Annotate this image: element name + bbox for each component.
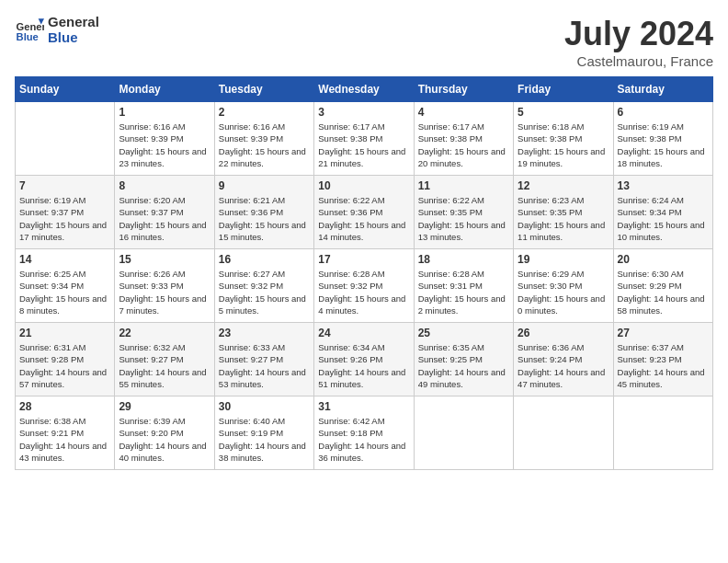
day-cell: 8Sunrise: 6:20 AMSunset: 9:37 PMDaylight… <box>115 176 214 249</box>
weekday-header-saturday: Saturday <box>613 77 712 102</box>
day-cell: 14Sunrise: 6:25 AMSunset: 9:34 PMDayligh… <box>16 249 115 323</box>
day-cell: 19Sunrise: 6:29 AMSunset: 9:30 PMDayligh… <box>514 249 613 323</box>
week-row-3: 21Sunrise: 6:31 AMSunset: 9:28 PMDayligh… <box>16 323 713 396</box>
day-cell <box>16 102 115 176</box>
day-number: 28 <box>19 400 110 413</box>
day-number: 13 <box>618 179 709 192</box>
day-info: Sunrise: 6:42 AMSunset: 9:18 PMDaylight:… <box>318 415 409 464</box>
week-row-2: 14Sunrise: 6:25 AMSunset: 9:34 PMDayligh… <box>16 249 713 323</box>
day-info: Sunrise: 6:33 AMSunset: 9:27 PMDaylight:… <box>219 341 310 390</box>
day-info: Sunrise: 6:17 AMSunset: 9:38 PMDaylight:… <box>318 121 409 169</box>
day-cell: 4Sunrise: 6:17 AMSunset: 9:38 PMDaylight… <box>414 102 513 176</box>
svg-text:Blue: Blue <box>17 31 39 42</box>
week-row-1: 7Sunrise: 6:19 AMSunset: 9:37 PMDaylight… <box>16 176 713 249</box>
day-cell <box>514 396 613 470</box>
day-info: Sunrise: 6:28 AMSunset: 9:32 PMDaylight:… <box>318 268 409 316</box>
day-number: 30 <box>219 400 310 413</box>
day-number: 14 <box>19 253 110 266</box>
day-info: Sunrise: 6:19 AMSunset: 9:38 PMDaylight:… <box>618 121 709 169</box>
day-number: 15 <box>119 253 210 266</box>
day-number: 31 <box>318 400 409 413</box>
day-cell: 18Sunrise: 6:28 AMSunset: 9:31 PMDayligh… <box>414 249 513 323</box>
week-row-0: 1Sunrise: 6:16 AMSunset: 9:39 PMDaylight… <box>16 102 713 176</box>
calendar-body: 1Sunrise: 6:16 AMSunset: 9:39 PMDaylight… <box>16 102 713 470</box>
day-number: 23 <box>219 327 310 339</box>
day-info: Sunrise: 6:22 AMSunset: 9:35 PMDaylight:… <box>418 194 509 243</box>
weekday-header-monday: Monday <box>115 77 214 102</box>
day-info: Sunrise: 6:16 AMSunset: 9:39 PMDaylight:… <box>119 121 210 169</box>
day-cell: 23Sunrise: 6:33 AMSunset: 9:27 PMDayligh… <box>214 323 313 396</box>
day-number: 20 <box>618 253 709 266</box>
day-cell: 10Sunrise: 6:22 AMSunset: 9:36 PMDayligh… <box>314 176 414 249</box>
day-cell: 6Sunrise: 6:19 AMSunset: 9:38 PMDaylight… <box>613 102 712 176</box>
day-cell: 2Sunrise: 6:16 AMSunset: 9:39 PMDaylight… <box>214 102 313 176</box>
header: General Blue General Blue July 2024 Cast… <box>15 15 713 69</box>
day-info: Sunrise: 6:17 AMSunset: 9:38 PMDaylight:… <box>418 121 509 169</box>
weekday-header-tuesday: Tuesday <box>214 77 313 102</box>
day-number: 9 <box>219 179 310 192</box>
day-cell <box>613 396 712 470</box>
day-cell: 7Sunrise: 6:19 AMSunset: 9:37 PMDaylight… <box>16 176 115 249</box>
day-cell: 24Sunrise: 6:34 AMSunset: 9:26 PMDayligh… <box>314 323 414 396</box>
day-number: 19 <box>518 253 609 266</box>
day-info: Sunrise: 6:24 AMSunset: 9:34 PMDaylight:… <box>618 194 709 243</box>
day-number: 11 <box>418 179 509 192</box>
day-number: 21 <box>19 327 110 339</box>
day-info: Sunrise: 6:35 AMSunset: 9:25 PMDaylight:… <box>418 341 509 390</box>
day-number: 29 <box>119 400 210 413</box>
day-number: 24 <box>318 327 409 339</box>
day-cell: 26Sunrise: 6:36 AMSunset: 9:24 PMDayligh… <box>514 323 613 396</box>
day-cell: 5Sunrise: 6:18 AMSunset: 9:38 PMDaylight… <box>514 102 613 176</box>
day-number: 16 <box>219 253 310 266</box>
day-number: 8 <box>119 179 210 192</box>
logo-general: General <box>48 15 99 30</box>
day-cell: 1Sunrise: 6:16 AMSunset: 9:39 PMDaylight… <box>115 102 214 176</box>
day-number: 17 <box>318 253 409 266</box>
day-info: Sunrise: 6:32 AMSunset: 9:27 PMDaylight:… <box>119 341 210 390</box>
logo: General Blue General Blue <box>15 15 99 45</box>
day-number: 7 <box>19 179 110 192</box>
day-number: 5 <box>518 106 609 119</box>
day-cell: 31Sunrise: 6:42 AMSunset: 9:18 PMDayligh… <box>314 396 414 470</box>
day-info: Sunrise: 6:19 AMSunset: 9:37 PMDaylight:… <box>19 194 110 243</box>
day-cell: 29Sunrise: 6:39 AMSunset: 9:20 PMDayligh… <box>115 396 214 470</box>
day-cell: 9Sunrise: 6:21 AMSunset: 9:36 PMDaylight… <box>214 176 313 249</box>
logo-icon: General Blue <box>15 16 44 45</box>
day-cell: 17Sunrise: 6:28 AMSunset: 9:32 PMDayligh… <box>314 249 414 323</box>
day-info: Sunrise: 6:34 AMSunset: 9:26 PMDaylight:… <box>318 341 409 390</box>
day-info: Sunrise: 6:28 AMSunset: 9:31 PMDaylight:… <box>418 268 509 316</box>
day-cell: 22Sunrise: 6:32 AMSunset: 9:27 PMDayligh… <box>115 323 214 396</box>
day-number: 27 <box>618 327 709 339</box>
day-cell <box>414 396 513 470</box>
day-info: Sunrise: 6:25 AMSunset: 9:34 PMDaylight:… <box>19 268 110 316</box>
day-info: Sunrise: 6:37 AMSunset: 9:23 PMDaylight:… <box>618 341 709 390</box>
day-info: Sunrise: 6:39 AMSunset: 9:20 PMDaylight:… <box>119 415 210 464</box>
day-info: Sunrise: 6:21 AMSunset: 9:36 PMDaylight:… <box>219 194 310 243</box>
logo-blue: Blue <box>48 30 99 46</box>
month-title: July 2024 <box>564 15 713 53</box>
day-number: 26 <box>518 327 609 339</box>
day-cell: 27Sunrise: 6:37 AMSunset: 9:23 PMDayligh… <box>613 323 712 396</box>
day-cell: 12Sunrise: 6:23 AMSunset: 9:35 PMDayligh… <box>514 176 613 249</box>
day-number: 4 <box>418 106 509 119</box>
day-info: Sunrise: 6:31 AMSunset: 9:28 PMDaylight:… <box>19 341 110 390</box>
day-number: 6 <box>618 106 709 119</box>
day-cell: 15Sunrise: 6:26 AMSunset: 9:33 PMDayligh… <box>115 249 214 323</box>
day-info: Sunrise: 6:36 AMSunset: 9:24 PMDaylight:… <box>518 341 609 390</box>
weekday-header-friday: Friday <box>514 77 613 102</box>
day-info: Sunrise: 6:38 AMSunset: 9:21 PMDaylight:… <box>19 415 110 464</box>
day-cell: 3Sunrise: 6:17 AMSunset: 9:38 PMDaylight… <box>314 102 414 176</box>
day-info: Sunrise: 6:22 AMSunset: 9:36 PMDaylight:… <box>318 194 409 243</box>
day-number: 25 <box>418 327 509 339</box>
week-row-4: 28Sunrise: 6:38 AMSunset: 9:21 PMDayligh… <box>16 396 713 470</box>
day-info: Sunrise: 6:16 AMSunset: 9:39 PMDaylight:… <box>219 121 310 169</box>
weekday-header-row: SundayMondayTuesdayWednesdayThursdayFrid… <box>16 77 713 102</box>
svg-text:General: General <box>17 21 44 32</box>
day-info: Sunrise: 6:30 AMSunset: 9:29 PMDaylight:… <box>618 268 709 316</box>
day-info: Sunrise: 6:20 AMSunset: 9:37 PMDaylight:… <box>119 194 210 243</box>
day-info: Sunrise: 6:27 AMSunset: 9:32 PMDaylight:… <box>219 268 310 316</box>
day-number: 1 <box>119 106 210 119</box>
day-cell: 25Sunrise: 6:35 AMSunset: 9:25 PMDayligh… <box>414 323 513 396</box>
day-info: Sunrise: 6:23 AMSunset: 9:35 PMDaylight:… <box>518 194 609 243</box>
day-number: 18 <box>418 253 509 266</box>
